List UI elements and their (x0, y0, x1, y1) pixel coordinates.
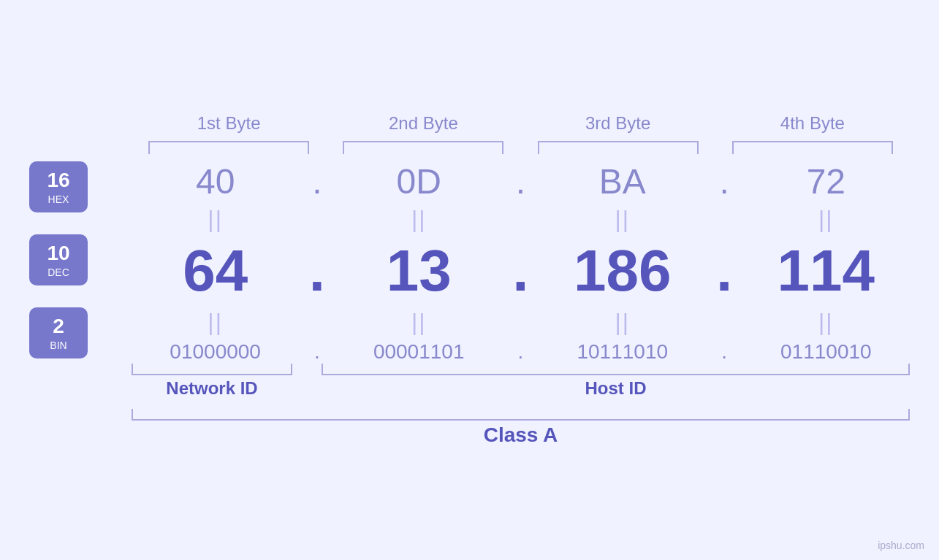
bottom-brackets (132, 364, 910, 375)
hex-badge: 16 HEX (29, 161, 88, 212)
header-byte-1: 1st Byte (148, 113, 309, 134)
hex-byte-4: 72 (745, 161, 906, 202)
equals-row-1: || || || || (132, 206, 910, 233)
class-section: Class A (29, 409, 910, 447)
bin-byte-2: 00001101 (338, 340, 499, 364)
eq-4: || (745, 206, 906, 233)
eq-1: || (135, 206, 296, 233)
dot-dec-3: . (710, 242, 739, 300)
equals-row-2: || || || || (132, 309, 910, 336)
bin-byte-4: 01110010 (745, 340, 906, 364)
top-brackets (29, 141, 910, 154)
class-bracket (132, 409, 910, 421)
byte-headers-row: 1st Byte 2nd Byte 3rd Byte 4th Byte (29, 113, 910, 134)
dot-hex-1: . (303, 161, 332, 202)
dot-hex-2: . (506, 161, 535, 202)
dec-number: 10 (47, 242, 69, 265)
eq-2: || (338, 206, 499, 233)
bin-byte-3: 10111010 (542, 340, 703, 364)
header-byte-2: 2nd Byte (343, 113, 503, 134)
eq-8: || (745, 309, 906, 336)
data-columns: 40 . 0D . BA . 72 || || || || 64 (132, 161, 910, 364)
hex-byte-2: 0D (338, 161, 499, 202)
dec-byte-4: 114 (745, 237, 906, 304)
bin-row: 01000000 . 00001101 . 10111010 . 0111001… (132, 340, 910, 364)
network-bracket (132, 364, 292, 375)
bin-byte-1: 01000000 (135, 340, 296, 364)
dot-bin-2: . (506, 340, 535, 364)
bottom-labels: Network ID Host ID (132, 375, 910, 399)
dot-hex-3: . (710, 161, 739, 202)
main-grid: 16 HEX 10 DEC 2 BIN 40 . 0D . BA . 72 (29, 161, 910, 364)
hex-byte-1: 40 (135, 161, 296, 202)
bracket-byte-2 (343, 141, 503, 154)
dec-byte-1: 64 (135, 237, 296, 304)
watermark: ipshu.com (878, 540, 924, 551)
dec-label: DEC (47, 266, 69, 278)
bracket-byte-4 (732, 141, 893, 154)
eq-7: || (542, 309, 703, 336)
eq-6: || (338, 309, 499, 336)
hex-byte-3: BA (542, 161, 703, 202)
dec-row: 64 . 13 . 186 . 114 (132, 237, 910, 304)
dec-byte-3: 186 (542, 237, 703, 304)
header-byte-4: 4th Byte (732, 113, 893, 134)
bracket-byte-3 (538, 141, 699, 154)
bottom-section: Network ID Host ID (29, 364, 910, 399)
bin-number: 2 (53, 315, 64, 338)
eq-3: || (542, 206, 703, 233)
dot-bin-3: . (710, 340, 739, 364)
hex-label: HEX (48, 193, 69, 205)
bin-label: BIN (50, 340, 66, 351)
dot-dec-1: . (303, 242, 332, 300)
eq-5: || (135, 309, 296, 336)
bin-badge: 2 BIN (29, 307, 88, 358)
dot-bin-1: . (303, 340, 332, 364)
dot-dec-2: . (506, 242, 535, 300)
bracket-byte-1 (148, 141, 309, 154)
hex-row: 40 . 0D . BA . 72 (132, 161, 910, 202)
main-container: 1st Byte 2nd Byte 3rd Byte 4th Byte 16 H… (0, 0, 939, 560)
dec-badge: 10 DEC (29, 234, 88, 285)
host-id-label: Host ID (322, 375, 910, 399)
labels-column: 16 HEX 10 DEC 2 BIN (29, 161, 110, 364)
network-id-label: Network ID (132, 375, 292, 399)
host-bracket (322, 364, 910, 375)
header-byte-3: 3rd Byte (538, 113, 699, 134)
hex-number: 16 (47, 169, 69, 192)
dec-byte-2: 13 (338, 237, 499, 304)
class-label: Class A (132, 421, 910, 447)
